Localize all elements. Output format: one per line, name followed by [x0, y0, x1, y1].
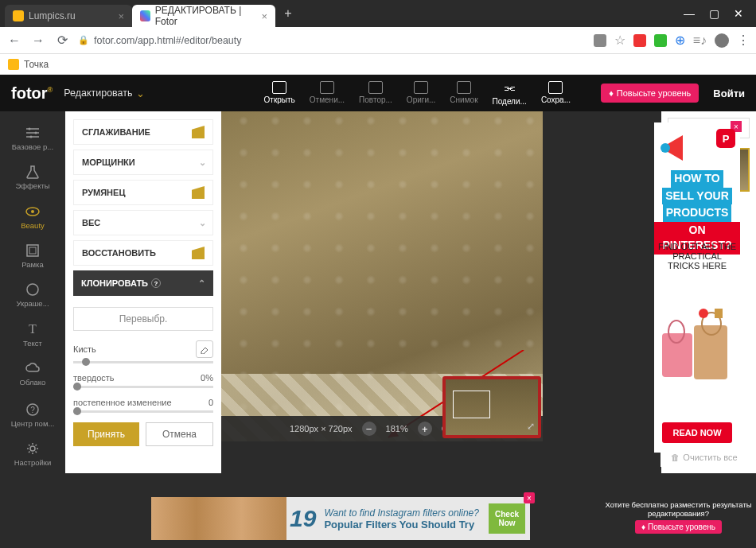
crown-icon: [192, 247, 205, 259]
globe-icon[interactable]: ⊕: [675, 33, 685, 48]
read-now-button[interactable]: READ NOW: [662, 422, 732, 443]
help-icon[interactable]: ?: [151, 278, 161, 288]
fade-slider[interactable]: [73, 410, 213, 413]
cloud-icon: [25, 361, 41, 375]
sticker-icon: [25, 282, 41, 297]
tool-beauty[interactable]: Beauty: [0, 198, 65, 235]
left-toolbar: Базовое р... Эффекты Beauty Рамка Украше…: [0, 111, 65, 473]
top-actions: Открыть Отмени... Повтор... Ориги... Сни…: [264, 81, 571, 106]
back-icon[interactable]: ←: [6, 33, 22, 49]
reselect-button[interactable]: Перевыбр.: [73, 307, 213, 331]
tool-cloud[interactable]: Облако: [0, 356, 65, 393]
new-tab-button[interactable]: +: [279, 4, 298, 23]
help-icon: ?: [25, 402, 41, 417]
tool-settings[interactable]: Настройки: [0, 436, 65, 473]
promo-right: Хотите бесплатно разместить результаты р…: [601, 497, 756, 540]
crown-icon: [192, 186, 205, 199]
zoom-out-button[interactable]: −: [362, 422, 376, 436]
svg-rect-5: [27, 245, 38, 256]
edit-dropdown[interactable]: Редактировать ⌄: [64, 87, 144, 99]
tab-lumpics[interactable]: Lumpics.ru ×: [5, 5, 132, 27]
app-header: fotor® Редактировать ⌄ Открыть Отмени...…: [0, 75, 756, 111]
tool-text[interactable]: TТекст: [0, 316, 65, 353]
zoom-in-button[interactable]: +: [418, 422, 432, 436]
zoom-value: 181%: [386, 424, 408, 433]
acc-weight[interactable]: ВЕС⌄: [73, 210, 213, 235]
close-icon[interactable]: ✕: [734, 7, 743, 20]
svg-point-4: [31, 210, 34, 213]
translate-icon[interactable]: [594, 34, 606, 47]
undo-icon: [320, 81, 334, 94]
tool-frame[interactable]: Рамка: [0, 237, 65, 274]
ext-green-icon[interactable]: [654, 34, 667, 47]
star-icon[interactable]: ☆: [614, 33, 625, 48]
minimize-icon[interactable]: —: [684, 7, 695, 20]
close-icon[interactable]: ×: [524, 492, 535, 503]
chevron-down-icon: ⌄: [199, 157, 206, 168]
share-button[interactable]: ⫘Подели...: [493, 81, 527, 106]
original-button[interactable]: Ориги...: [407, 81, 436, 106]
fotor-logo[interactable]: fotor®: [11, 84, 53, 103]
eraser-button[interactable]: [196, 340, 213, 358]
open-button[interactable]: Открыть: [264, 81, 295, 106]
canvas-image[interactable]: 1280px × 720px − 181% + Сравн... ⤢: [221, 111, 543, 441]
close-icon[interactable]: ×: [261, 10, 267, 22]
chevron-up-icon: ⌃: [198, 278, 205, 289]
frame-icon: [25, 243, 41, 258]
pinterest-icon: P: [716, 129, 735, 148]
expand-icon[interactable]: ⤢: [527, 421, 535, 432]
check-now-button[interactable]: Check Now: [489, 503, 525, 534]
svg-point-2: [30, 135, 33, 138]
tool-help[interactable]: ?Центр пом...: [0, 396, 65, 433]
flask-icon: [25, 165, 41, 179]
reader-icon[interactable]: ≡♪: [693, 33, 707, 48]
forward-icon[interactable]: →: [30, 33, 46, 49]
svg-point-1: [35, 131, 37, 134]
tool-basic[interactable]: Базовое р...: [0, 119, 65, 157]
favicon-lumpics: [13, 10, 24, 21]
close-icon[interactable]: ×: [118, 10, 124, 22]
upgrade-button-small[interactable]: ♦Повысьте уровень: [635, 520, 722, 534]
login-button[interactable]: Войти: [713, 87, 745, 99]
upgrade-button[interactable]: ♦ Повысьте уровень: [601, 84, 699, 103]
brush-label: Кисть: [73, 344, 96, 354]
workspace: Базовое р... Эффекты Beauty Рамка Украше…: [0, 111, 756, 473]
banner-ad[interactable]: × 19 Want to find Instagram filters onli…: [151, 497, 530, 540]
folder-icon: [8, 59, 19, 70]
reload-icon[interactable]: ⟳: [54, 33, 70, 49]
sidebar-ad[interactable]: × P HOW TO SELL YOUR PRODUCTS ON PINTERE…: [654, 122, 740, 453]
maximize-icon[interactable]: ▢: [709, 7, 719, 20]
acc-restore[interactable]: ВОССТАНОВИТЬ: [73, 240, 213, 266]
url-field[interactable]: 🔒 fotor.com/app.html#/editor/beauty: [78, 35, 586, 46]
acc-smooth[interactable]: СГЛАЖИВАНИЕ: [73, 119, 213, 145]
menu-icon[interactable]: ⋮: [737, 33, 750, 48]
brush-slider[interactable]: [73, 361, 213, 363]
tab-title: РЕДАКТИРОВАТЬ | Fotor: [155, 5, 257, 27]
tab-fotor[interactable]: РЕДАКТИРОВАТЬ | Fotor ×: [132, 5, 275, 27]
bags-illustration: [654, 305, 740, 397]
favicon-fotor: [140, 10, 150, 21]
adblock-icon[interactable]: [633, 34, 646, 47]
acc-wrinkles[interactable]: МОРЩИНКИ⌄: [73, 150, 213, 175]
snapshot-button[interactable]: Снимок: [450, 81, 477, 106]
acc-blush[interactable]: РУМЯНЕЦ: [73, 180, 213, 205]
avatar[interactable]: [715, 33, 729, 48]
hardness-slider[interactable]: [73, 386, 213, 388]
undo-button[interactable]: Отмени...: [310, 81, 345, 106]
svg-point-7: [27, 284, 38, 295]
chevron-down-icon: ⌄: [136, 87, 145, 99]
redo-button[interactable]: Повтор...: [359, 81, 392, 106]
navigator-thumbnail[interactable]: ⤢: [442, 376, 541, 438]
acc-clone[interactable]: КЛОНИРОВАТЬ?⌃: [73, 270, 213, 296]
tool-decor[interactable]: Украше...: [0, 277, 65, 314]
cancel-button[interactable]: Отмена: [146, 422, 213, 446]
trash-icon: 🗑: [671, 453, 680, 462]
diamond-icon: ♦: [641, 523, 645, 531]
open-icon: [272, 81, 286, 94]
sliders-icon: [25, 126, 41, 140]
save-button[interactable]: Сохра...: [541, 81, 571, 106]
bookmark-item[interactable]: Точка: [24, 59, 49, 70]
tool-effects[interactable]: Эффекты: [0, 158, 65, 196]
accept-button[interactable]: Принять: [73, 422, 139, 446]
diamond-icon: ♦: [609, 88, 614, 98]
